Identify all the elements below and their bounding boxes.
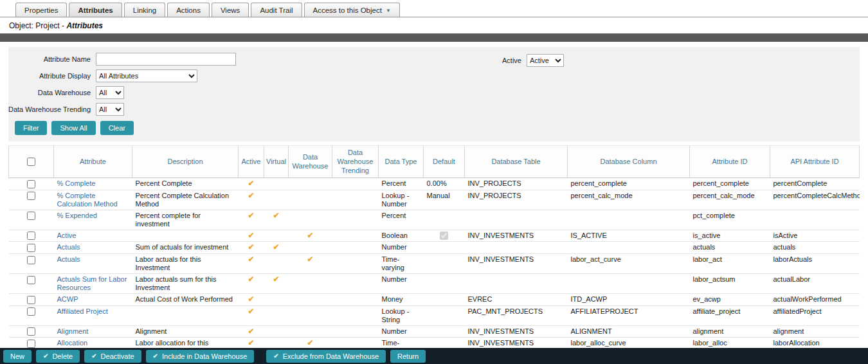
api-attribute-id-cell: percentCompleteCalcMethod <box>770 190 860 210</box>
deactivate-button[interactable]: ✔Deactivate <box>84 350 141 363</box>
attribute-display-select[interactable]: All Attributes <box>96 69 197 82</box>
filter-row-data-warehouse: Data Warehouse All <box>8 86 853 99</box>
column-header-attribute-id[interactable]: Attribute ID <box>690 146 770 178</box>
tab-linking[interactable]: Linking <box>124 3 165 17</box>
tab-actions[interactable]: Actions <box>167 3 210 17</box>
check-icon: ✔ <box>248 191 254 200</box>
virtual-cell: ✔ <box>264 210 289 230</box>
attribute-link[interactable]: Allocation <box>57 339 88 347</box>
return-button[interactable]: Return <box>390 350 426 363</box>
check-icon: ✔ <box>248 211 254 220</box>
attribute-id-cell: alignment <box>690 325 770 338</box>
description-cell: Sum of actuals for investment <box>132 242 239 254</box>
attribute-link[interactable]: % Expended <box>57 212 97 219</box>
tab-views[interactable]: Views <box>212 3 249 17</box>
column-header-data-warehouse[interactable]: Data Warehouse <box>289 146 332 178</box>
row-checkbox[interactable] <box>27 244 35 252</box>
table-row: Actuals Sum for Labor ResourcesLabor act… <box>9 274 860 294</box>
new-button[interactable]: New <box>3 350 32 363</box>
check-icon: ✔ <box>248 255 254 264</box>
data-warehouse-cell <box>289 190 332 210</box>
attribute-link[interactable]: % Complete <box>57 179 96 187</box>
attribute-link[interactable]: ACWP <box>57 295 78 303</box>
tab-properties[interactable]: Properties <box>15 3 67 17</box>
include-in-data-warehouse-button[interactable]: ✔Include in Data Warehouse <box>146 350 255 363</box>
delete-button[interactable]: ✔Delete <box>36 350 80 363</box>
default-cell: Manual <box>424 190 465 210</box>
row-checkbox[interactable] <box>27 296 35 304</box>
data-warehouse-trending-cell <box>332 274 379 294</box>
attribute-link[interactable]: Actuals <box>57 243 80 251</box>
attribute-cell: Actuals <box>54 254 132 274</box>
column-header-attribute[interactable]: Attribute <box>54 146 132 178</box>
database-column-cell: labor_act_curve <box>568 254 690 274</box>
row-select-cell <box>9 178 54 190</box>
check-icon: ✔ <box>248 275 254 284</box>
row-checkbox[interactable] <box>27 192 35 200</box>
row-checkbox[interactable] <box>27 307 35 316</box>
column-header-data-warehouse-trending[interactable]: Data Warehouse Trending <box>332 146 379 178</box>
active-filter-select[interactable]: Active <box>527 54 564 67</box>
description-cell: Labor actuals sum for this Investment <box>132 274 239 294</box>
attribute-link[interactable]: Actuals <box>57 255 80 263</box>
row-checkbox[interactable] <box>27 327 35 336</box>
show-all-button[interactable]: Show All <box>51 121 95 135</box>
tab-label: Views <box>221 6 240 14</box>
check-icon: ✔ <box>248 242 254 251</box>
data-warehouse-trending-cell <box>332 190 379 210</box>
column-header-active[interactable]: Active <box>239 146 264 178</box>
default-cell: 0.00% <box>424 178 465 190</box>
row-checkbox[interactable] <box>27 256 35 264</box>
check-icon: ✔ <box>248 295 254 304</box>
select-all-checkbox[interactable] <box>27 158 35 166</box>
data-type-cell: Lookup - String <box>379 305 424 325</box>
attribute-link[interactable]: Actuals Sum for Labor Resources <box>57 275 127 291</box>
data-warehouse-trending-select[interactable]: All <box>96 103 124 116</box>
attribute-name-input[interactable] <box>96 53 236 66</box>
column-header-default[interactable]: Default <box>424 146 465 178</box>
data-warehouse-trending-cell <box>332 230 379 242</box>
button-label: Include in Data Warehouse <box>162 352 247 360</box>
row-select-cell <box>9 190 54 210</box>
data-type-cell: Time-varying <box>379 254 424 274</box>
attribute-link[interactable]: % Complete Calculation Method <box>57 192 118 208</box>
exclude-from-data-warehouse-button[interactable]: ✔Exclude from Data Warehouse <box>266 350 386 363</box>
column-header-description[interactable]: Description <box>132 146 239 178</box>
row-checkbox[interactable] <box>27 276 35 284</box>
attribute-link[interactable]: Active <box>57 232 77 239</box>
attribute-link[interactable]: Affiliated Project <box>57 307 108 315</box>
check-icon: ✔ <box>307 231 313 240</box>
row-checkbox[interactable] <box>27 340 35 348</box>
filter-button[interactable]: Filter <box>15 121 47 135</box>
column-header-api-attribute-id[interactable]: API Attribute ID <box>770 146 860 178</box>
attribute-link[interactable]: Alignment <box>57 327 89 335</box>
data-type-cell: Lookup - Number <box>379 190 424 210</box>
tab-audit-trail[interactable]: Audit Trail <box>251 3 302 17</box>
clear-button[interactable]: Clear <box>100 121 134 135</box>
page-title-prefix: Object: Project - <box>9 21 66 30</box>
button-label: Deactivate <box>101 352 134 360</box>
filter-panel: Attribute Name Active Active Attribute D… <box>8 47 860 141</box>
content-area: Attribute Name Active Active Attribute D… <box>0 42 868 364</box>
row-checkbox[interactable] <box>27 232 35 240</box>
filter-row-attribute-display: Attribute Display All Attributes <box>8 69 853 82</box>
tab-attributes[interactable]: Attributes <box>69 3 122 17</box>
active-cell: ✔ <box>239 274 264 294</box>
active-cell: ✔ <box>239 210 264 230</box>
data-type-cell: Number <box>379 274 424 294</box>
button-label: Return <box>397 352 419 360</box>
row-checkbox[interactable] <box>27 180 35 188</box>
column-header-data-type[interactable]: Data Type <box>379 146 424 178</box>
data-warehouse-select[interactable]: All <box>96 86 124 99</box>
row-checkbox[interactable] <box>27 212 35 220</box>
tab-access-to-this-object[interactable]: Access to this Object▼ <box>304 3 400 17</box>
column-header-virtual[interactable]: Virtual <box>264 146 289 178</box>
button-label: Exclude from Data Warehouse <box>283 352 379 360</box>
tab-label: Properties <box>24 6 58 14</box>
active-filter: Active Active <box>502 54 564 67</box>
column-header-database-table[interactable]: Database Table <box>465 146 568 178</box>
check-icon: ✔ <box>273 211 279 220</box>
active-cell: ✔ <box>239 254 264 274</box>
column-header-database-column[interactable]: Database Column <box>568 146 690 178</box>
data-warehouse-trending-cell <box>332 178 379 190</box>
